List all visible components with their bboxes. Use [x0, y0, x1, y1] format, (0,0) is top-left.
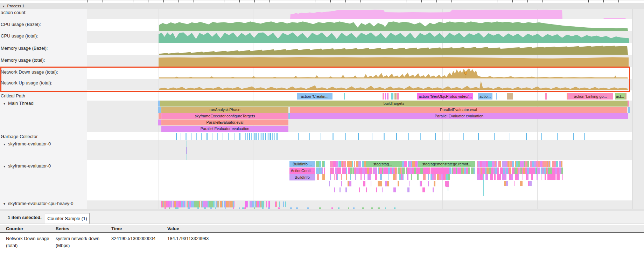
gc-tick[interactable] — [510, 133, 510, 140]
confetti-slice[interactable] — [395, 174, 397, 180]
confetti-slice[interactable] — [499, 161, 501, 167]
confetti-slice[interactable] — [393, 167, 395, 174]
evaluator-slice[interactable]: ActionConti... — [289, 167, 315, 174]
gc-tick[interactable] — [408, 133, 409, 140]
critical-path-slice[interactable] — [567, 93, 568, 100]
collapse-arrow-icon[interactable]: ▾ — [4, 102, 5, 105]
confetti-slice[interactable] — [559, 167, 561, 174]
evaluator-slice[interactable]: BuildInfo — [289, 174, 315, 180]
confetti-slice[interactable] — [407, 187, 410, 192]
confetti-slice[interactable] — [518, 161, 520, 167]
confetti-slice[interactable] — [468, 167, 470, 174]
main-thread-slice[interactable]: ParallelEvaluator.eval — [290, 107, 627, 113]
tab-counter-sample[interactable]: Counter Sample (1) — [45, 213, 90, 224]
confetti-slice[interactable] — [266, 201, 267, 207]
row-skyframe-evaluator-0-a[interactable] — [87, 140, 644, 160]
confetti-slice[interactable] — [350, 174, 351, 180]
confetti-slice[interactable] — [497, 167, 499, 174]
confetti-slice[interactable] — [350, 167, 352, 174]
confetti-slice[interactable] — [428, 181, 429, 186]
main-thread-slice[interactable]: Parallel Evaluator evaluation — [290, 113, 628, 119]
confetti-slice[interactable] — [434, 174, 436, 180]
confetti-slice[interactable] — [379, 181, 382, 186]
confetti-slice[interactable] — [480, 174, 483, 180]
confetti-slice[interactable] — [454, 167, 456, 174]
confetti-slice[interactable] — [502, 161, 503, 167]
main-thread-slice[interactable] — [159, 113, 161, 119]
critical-path-slice[interactable] — [387, 93, 388, 100]
gc-tick[interactable] — [494, 133, 495, 140]
confetti-slice[interactable] — [264, 201, 264, 207]
confetti-slice[interactable] — [402, 161, 404, 167]
confetti-slice[interactable] — [324, 161, 325, 167]
row-critical-path[interactable] — [87, 90, 644, 101]
main-thread-slice[interactable]: Parallel Evaluator evaluation — [161, 126, 288, 132]
main-thread-slice[interactable] — [628, 101, 629, 107]
confetti-slice[interactable] — [529, 181, 532, 186]
confetti-slice[interactable] — [539, 167, 540, 174]
confetti-slice[interactable] — [369, 167, 372, 174]
confetti-slice[interactable] — [226, 201, 229, 207]
confetti-slice[interactable] — [514, 181, 515, 186]
confetti-slice[interactable] — [511, 174, 513, 180]
confetti-slice[interactable] — [409, 181, 410, 186]
gc-tick[interactable] — [332, 133, 334, 140]
confetti-slice[interactable] — [507, 161, 510, 167]
confetti-slice[interactable] — [334, 174, 335, 180]
confetti-slice[interactable] — [512, 167, 514, 174]
confetti-slice[interactable] — [360, 161, 361, 167]
confetti-slice[interactable] — [364, 174, 365, 180]
chart-cpu-usage-bazel[interactable] — [0, 20, 644, 31]
confetti-slice[interactable] — [532, 161, 534, 167]
confetti-slice[interactable] — [429, 167, 430, 174]
gc-tick[interactable] — [298, 133, 299, 140]
confetti-slice[interactable] — [506, 181, 508, 186]
track-label-main-thread[interactable]: ▾Main Thread — [4, 101, 34, 106]
confetti-slice[interactable] — [483, 161, 486, 167]
gc-tick[interactable] — [584, 133, 585, 140]
confetti-slice[interactable] — [322, 174, 325, 180]
evaluator-slice[interactable]: stag:stag... — [366, 161, 400, 167]
confetti-slice[interactable] — [268, 201, 270, 207]
confetti-slice[interactable] — [421, 181, 422, 186]
confetti-slice[interactable] — [523, 174, 523, 180]
evaluator-slice[interactable]: BuildInfo ... — [289, 161, 315, 167]
confetti-slice[interactable] — [197, 201, 199, 207]
confetti-slice[interactable] — [527, 174, 528, 180]
confetti-slice[interactable] — [375, 174, 377, 180]
gc-tick[interactable] — [449, 133, 449, 140]
gc-tick[interactable] — [265, 133, 266, 140]
timeline-area[interactable]: action 'Creatin...action 'GenObjcProtos … — [0, 0, 644, 209]
confetti-slice[interactable] — [356, 161, 358, 167]
confetti-slice[interactable] — [336, 161, 338, 167]
confetti-slice[interactable] — [430, 174, 432, 180]
confetti-slice[interactable] — [330, 174, 331, 180]
confetti-slice[interactable] — [194, 201, 197, 207]
confetti-slice[interactable] — [423, 174, 426, 180]
confetti-slice[interactable] — [354, 161, 355, 167]
confetti-slice[interactable] — [217, 201, 219, 207]
gc-tick[interactable] — [557, 133, 558, 140]
confetti-slice[interactable] — [345, 187, 347, 192]
chart-network-up-total[interactable] — [0, 80, 644, 90]
confetti-slice[interactable] — [504, 174, 506, 180]
confetti-slice[interactable] — [329, 181, 330, 186]
main-thread-slice[interactable]: ParallelEvaluator.eval — [161, 119, 288, 125]
gc-tick[interactable] — [186, 133, 187, 140]
confetti-slice[interactable] — [518, 167, 519, 174]
collapse-arrow-icon[interactable]: ▾ — [4, 142, 5, 146]
confetti-slice[interactable] — [491, 174, 493, 180]
confetti-slice[interactable] — [366, 187, 367, 192]
confetti-slice[interactable] — [352, 161, 353, 167]
critical-path-slice[interactable]: act... — [615, 93, 625, 100]
gc-tick[interactable] — [196, 133, 197, 140]
gc-tick[interactable] — [263, 133, 264, 140]
confetti-slice[interactable] — [550, 167, 552, 174]
critical-path-slice[interactable]: action 'Creatin... — [297, 93, 332, 100]
critical-path-slice[interactable]: action 'Linking go... — [568, 93, 613, 100]
gc-tick[interactable] — [526, 133, 527, 140]
track-label-network-up-usage-total[interactable]: Network Up usage (total): — [1, 80, 52, 85]
critical-path-slice[interactable] — [394, 93, 397, 100]
confetti-slice[interactable] — [496, 161, 497, 167]
track-label-network-down-usage-total[interactable]: Network Down usage (total): — [1, 69, 58, 75]
